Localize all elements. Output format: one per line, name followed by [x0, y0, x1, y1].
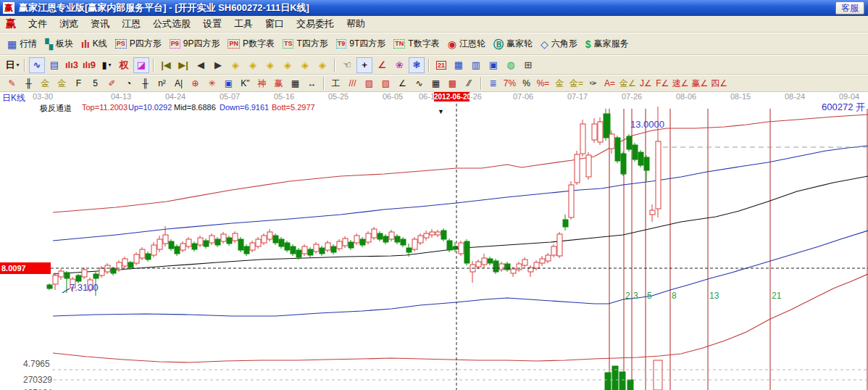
tool-crosshair-tool[interactable]: + [356, 57, 372, 73]
tool-marker-pen[interactable]: ✑ [585, 76, 601, 91]
candle-up [221, 234, 226, 241]
toolbar-button-sectors[interactable]: ▚板块 [42, 36, 78, 51]
info-panel-icon: ▤ [50, 59, 59, 70]
tool-volume-style[interactable]: ◪ [133, 57, 149, 73]
tool-hand-tool[interactable]: ☜ [339, 57, 355, 73]
tool-square-grid[interactable]: ▦ [428, 76, 443, 91]
toolbar-button-p-number-table[interactable]: PNP数字表 [225, 36, 280, 51]
tool-n-square[interactable]: n² [154, 76, 170, 91]
tool-expand-all[interactable]: ◈ [314, 57, 330, 73]
menu-item-设置[interactable]: 设置 [203, 17, 222, 30]
tool-price-grid[interactable]: ▦ [288, 76, 303, 91]
toolbar-button-hexagon[interactable]: ◇六角形 [538, 36, 583, 51]
tool-network-share[interactable]: ◍ [503, 57, 519, 73]
menu-item-公式选股[interactable]: 公式选股 [153, 17, 191, 30]
tool-gann-circle[interactable]: ⊕ [188, 76, 203, 91]
toolbar-button-t-number-table[interactable]: TNT数字表 [391, 36, 444, 51]
tool-compare-curve[interactable]: ∿ [29, 57, 45, 73]
tool-compress-vertical[interactable]: ◈ [297, 57, 313, 73]
tool-restoration[interactable]: 权 [116, 57, 132, 73]
menu-item-浏览[interactable]: 浏览 [59, 17, 78, 30]
toolbar-button-kline[interactable]: ılıK线 [78, 36, 112, 51]
tool-parallel-lines[interactable]: ⁄⁄ [462, 76, 477, 91]
chart-area[interactable]: 2358132113.00007.31004.7965270329135164▼… [0, 92, 868, 390]
tool-shade-box-2[interactable]: ▧ [378, 76, 393, 91]
tool-boxed-star[interactable]: ▣ [221, 76, 236, 91]
tool-compress-horizontal[interactable]: ◈ [280, 57, 296, 73]
toolbar-button-p-square[interactable]: PSP四方形 [112, 36, 167, 51]
tool-save[interactable]: ▣ [485, 57, 501, 73]
toolbar-button-t-square[interactable]: TST四方形 [280, 36, 333, 51]
tool-calendar[interactable]: 21 [433, 57, 449, 73]
tool-draw-pencil[interactable]: ✎ [4, 76, 20, 91]
toolbar-button-9t-square[interactable]: T99T四方形 [333, 36, 391, 51]
tool-win-tool[interactable]: 赢 [271, 76, 286, 91]
tool-f-angle[interactable]: F∠ [655, 76, 670, 91]
tool-nine-bar-chart[interactable]: ılı9 [81, 57, 97, 73]
tool-shade-box[interactable]: ▨ [362, 76, 377, 91]
tool-page-right[interactable]: ▶ [210, 57, 226, 73]
tool-percent-lines[interactable]: %= [535, 76, 551, 91]
tool-zoom-left[interactable]: ◈ [228, 57, 243, 73]
tool-h-measure[interactable]: ↔ [304, 76, 320, 91]
tool-fib-price-lines[interactable]: ╫ [21, 76, 36, 91]
tool-gann-fan[interactable]: /// [345, 76, 360, 91]
tool-gong-tool[interactable]: 工 [328, 76, 343, 91]
tool-three-bar-chart[interactable]: ılı3 [64, 57, 80, 73]
tool-expand-horizontal[interactable]: ◈ [262, 57, 278, 73]
menu-item-交易委托[interactable]: 交易委托 [296, 17, 334, 30]
tool-gold-lines[interactable]: 金= [569, 76, 584, 91]
tool-win-angle[interactable]: 赢∠ [691, 76, 709, 91]
kline-canvas[interactable]: 2358132113.00007.31004.7965270329135164▼ [0, 92, 868, 390]
toolbar-button-gann-wheel[interactable]: ◉江恩轮 [445, 36, 491, 51]
tool-percent[interactable]: % [519, 76, 534, 91]
page-right-icon: ▶ [214, 59, 222, 70]
tool-star-tool[interactable]: ✳ [204, 76, 220, 91]
tool-wave-tool[interactable]: ∿ [412, 76, 427, 91]
tool-stats-panel[interactable]: ≣ [485, 76, 501, 91]
toolbar-button-winner-wheel[interactable]: Ⓑ赢家轮 [491, 36, 538, 51]
tool-gold-angle[interactable]: 金∠ [619, 76, 637, 91]
toolbar-button-winner-service[interactable]: $赢家服务 [583, 36, 634, 51]
menu-item-江恩[interactable]: 江恩 [122, 17, 141, 30]
customer-service-button[interactable]: 客服 [835, 1, 864, 14]
tool-notes[interactable]: ▥ [468, 57, 484, 73]
tool-speed-angle[interactable]: 速∠ [672, 76, 690, 91]
tool-zoom-right[interactable]: ◈ [245, 57, 261, 73]
tool-a-measure[interactable]: A| [171, 76, 186, 91]
tool-page-left[interactable]: ◀ [193, 57, 209, 73]
menu-item-资讯[interactable]: 资讯 [91, 17, 109, 30]
tool-print[interactable]: ⊞ [520, 57, 536, 73]
tool-brain-tool[interactable]: ❃ [409, 57, 425, 73]
tool-calculator[interactable]: ▦ [451, 57, 467, 73]
tool-candle-style[interactable]: ▮▾ [99, 57, 114, 73]
tool-golden-section[interactable]: 金 [38, 76, 53, 91]
toolbar-button-quotes[interactable]: ▦行情 [4, 36, 42, 51]
tool-grid-lines[interactable]: ╫ [138, 76, 153, 91]
tool-shen-tool[interactable]: 神 [254, 76, 270, 91]
tool-angle-measure[interactable]: ∠ [374, 57, 390, 73]
tool-four-angle[interactable]: 四∠ [710, 76, 728, 91]
tool-period-selector[interactable]: 日▾ [4, 57, 20, 73]
tool-time-cycle[interactable]: ◔ [121, 76, 136, 91]
menu-item-文件[interactable]: 文件 [28, 17, 47, 30]
tool-a-channel[interactable]: A= [602, 76, 617, 91]
tool-k-notes[interactable]: K" [238, 76, 253, 91]
tool-square-grid-red[interactable]: ▩ [445, 76, 460, 91]
menu-item-窗口[interactable]: 窗口 [265, 17, 284, 30]
tool-gold-circle[interactable]: 金 [552, 76, 567, 91]
tool-angle-lines[interactable]: ∠ [395, 76, 410, 91]
tool-last-page[interactable]: ▶| [175, 57, 191, 73]
tool-seven-percent[interactable]: 7% [502, 76, 517, 91]
tool-spiral-tool[interactable]: 5 [88, 76, 103, 91]
tool-golden-section-2[interactable]: 金 [54, 76, 70, 91]
tool-first-page[interactable]: |◀ [158, 57, 174, 73]
tool-j-angle[interactable]: J∠ [638, 76, 654, 91]
menu-item-工具[interactable]: 工具 [234, 17, 253, 30]
tool-flower-tool[interactable]: ❀ [391, 57, 407, 73]
toolbar-button-9p-square[interactable]: P99P四方形 [167, 36, 225, 51]
tool-info-panel[interactable]: ▤ [46, 57, 62, 73]
tool-f-tool[interactable]: F [71, 76, 86, 91]
tool-draw-pen-2[interactable]: ✐ [104, 76, 120, 91]
menu-item-帮助[interactable]: 帮助 [346, 17, 365, 30]
